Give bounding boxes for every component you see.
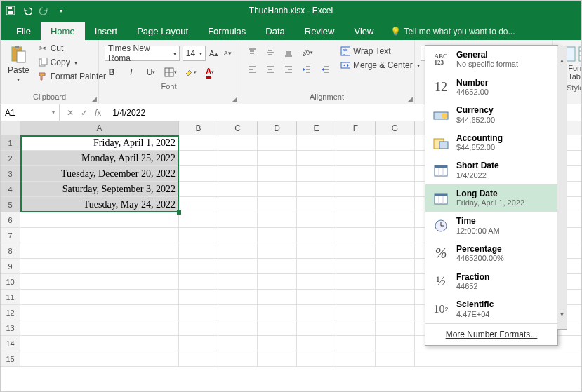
cell[interactable] (20, 259, 179, 273)
row-header[interactable]: 12 (1, 305, 20, 320)
qat-customize-icon[interactable]: ▾ (55, 5, 67, 16)
nf-time[interactable]: Time12:00:00 AM (425, 212, 557, 240)
cell[interactable] (20, 274, 179, 289)
cell[interactable] (218, 320, 258, 335)
cell[interactable] (218, 151, 258, 165)
cell[interactable] (179, 274, 218, 289)
cell[interactable] (20, 351, 179, 366)
cell[interactable] (179, 305, 218, 320)
nf-number[interactable]: 12 Number44652.00 (425, 74, 557, 102)
format-table-icon[interactable] (578, 46, 582, 62)
tab-insert[interactable]: Insert (85, 22, 128, 40)
cell[interactable] (20, 212, 179, 227)
name-box[interactable]: A1 ▾ (1, 104, 60, 121)
cancel-icon[interactable]: ✕ (67, 108, 74, 118)
nf-scientific[interactable]: 102 Scientific4.47E+04 (425, 295, 557, 323)
row-header[interactable]: 9 (1, 259, 20, 273)
cell[interactable] (297, 320, 336, 335)
cell[interactable] (258, 197, 297, 212)
cell[interactable] (336, 182, 376, 196)
tab-file[interactable]: File (6, 22, 41, 40)
cell[interactable] (258, 243, 297, 258)
cell[interactable] (258, 274, 297, 289)
fill-handle[interactable] (177, 210, 181, 215)
tab-home[interactable]: Home (41, 22, 85, 40)
cell[interactable] (376, 166, 415, 181)
merge-center-button[interactable]: Merge & Center▾ (338, 60, 423, 71)
cell[interactable] (336, 274, 376, 289)
nf-fraction[interactable]: ½ Fraction44652 (425, 268, 557, 296)
cell[interactable] (20, 305, 179, 320)
cell[interactable] (179, 151, 218, 165)
increase-indent-icon[interactable] (318, 62, 332, 76)
cell[interactable] (376, 243, 415, 258)
cell[interactable] (376, 212, 415, 227)
cell[interactable] (376, 197, 415, 212)
cell[interactable] (20, 243, 179, 258)
cell[interactable] (336, 228, 376, 243)
cell[interactable] (336, 305, 376, 320)
row-header[interactable]: 7 (1, 228, 20, 243)
cell[interactable] (20, 290, 179, 304)
cell[interactable] (179, 212, 218, 227)
cell[interactable] (179, 336, 218, 351)
cell[interactable] (218, 182, 258, 196)
font-name-combo[interactable]: Times New Roma▾ (105, 46, 180, 61)
row-header[interactable]: 5 (1, 197, 20, 212)
cell[interactable]: Tuesday, May 24, 2022 (20, 197, 179, 212)
cell[interactable] (218, 351, 258, 366)
row-header[interactable]: 10 (1, 274, 20, 289)
cell[interactable] (258, 351, 297, 366)
more-number-formats[interactable]: More Number Formats... (425, 323, 557, 345)
cell[interactable] (218, 197, 258, 212)
cell[interactable] (297, 212, 336, 227)
col-header-F[interactable]: F (336, 121, 376, 135)
cell[interactable] (179, 351, 218, 366)
cell[interactable] (297, 351, 336, 366)
borders-button[interactable]: ▾ (164, 65, 178, 79)
cell[interactable] (336, 259, 376, 273)
nf-long-date[interactable]: Long DateFriday, April 1, 2022 (425, 184, 557, 212)
cell[interactable] (297, 135, 336, 150)
cell[interactable] (376, 182, 415, 196)
cell[interactable]: Saturday, September 3, 2022 (20, 182, 179, 196)
cell[interactable] (258, 135, 297, 150)
cell[interactable] (218, 259, 258, 273)
col-header-E[interactable]: E (297, 121, 336, 135)
cell[interactable] (218, 290, 258, 304)
cell[interactable] (376, 290, 415, 304)
cell[interactable] (179, 197, 218, 212)
col-header-C[interactable]: C (218, 121, 258, 135)
cell[interactable] (258, 228, 297, 243)
cell[interactable] (336, 212, 376, 227)
dropdown-scrollbar[interactable]: ▲▼ (557, 46, 567, 330)
tab-data[interactable]: Data (256, 22, 294, 40)
underline-button[interactable]: U▾ (144, 65, 158, 79)
cell[interactable] (258, 151, 297, 165)
cell[interactable] (179, 243, 218, 258)
row-header[interactable]: 8 (1, 243, 20, 258)
cell[interactable] (179, 166, 218, 181)
save-icon[interactable] (5, 5, 16, 16)
cell[interactable] (20, 336, 179, 351)
cell[interactable] (297, 197, 336, 212)
align-center-icon[interactable] (263, 62, 277, 76)
cell[interactable] (258, 166, 297, 181)
cell[interactable] (336, 351, 376, 366)
cell[interactable] (179, 135, 218, 150)
row-header[interactable]: 6 (1, 212, 20, 227)
align-middle-icon[interactable] (263, 46, 277, 60)
cell[interactable] (336, 243, 376, 258)
cell[interactable] (179, 182, 218, 196)
row-header[interactable]: 11 (1, 290, 20, 304)
format-painter-button[interactable]: Format Painter (35, 71, 109, 82)
align-left-icon[interactable] (245, 62, 259, 76)
cell[interactable] (297, 336, 336, 351)
cell[interactable] (258, 182, 297, 196)
col-header-D[interactable]: D (258, 121, 297, 135)
cell[interactable] (336, 197, 376, 212)
cell[interactable] (297, 259, 336, 273)
cell[interactable] (336, 290, 376, 304)
tab-page-layout[interactable]: Page Layout (127, 22, 198, 40)
cell[interactable] (258, 305, 297, 320)
